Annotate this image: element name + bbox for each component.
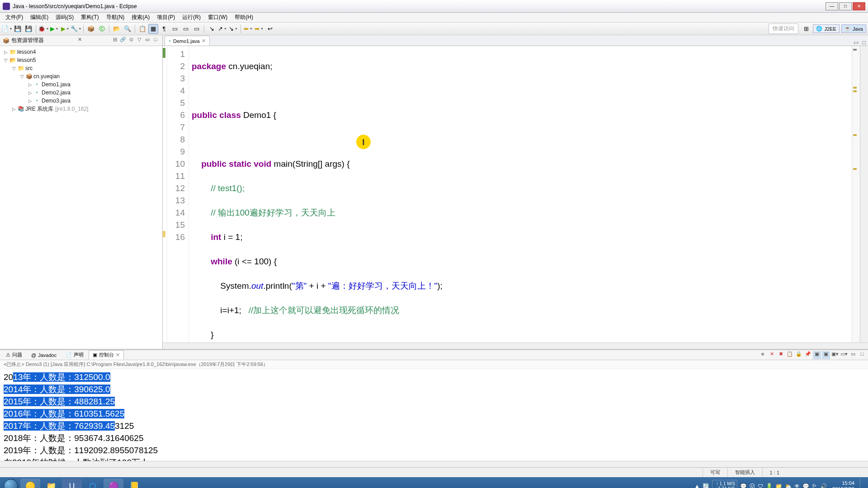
overview-ruler[interactable] <box>852 46 860 343</box>
tray-cloud-icon[interactable]: ⛅ <box>785 483 792 488</box>
taskbar-app3-icon[interactable]: 📒 <box>124 479 144 488</box>
forward-button[interactable]: ➡▼ <box>254 24 264 34</box>
nav-annotation-button[interactable]: ↘ <box>207 24 217 34</box>
tree-file-demo3[interactable]: ▷🞄Demo3.java <box>1 97 161 105</box>
last-edit-button[interactable]: ↩ <box>265 24 275 34</box>
minimize-button[interactable]: — <box>826 2 838 10</box>
editor-horizontal-scrollbar[interactable] <box>163 343 868 349</box>
tray-sync-icon[interactable]: 🔄 <box>703 483 709 488</box>
next-annotation-button[interactable]: ↘▼ <box>228 24 238 34</box>
tree-project-lesson5[interactable]: ▽📂lesson5 <box>1 56 161 64</box>
tray-volume-icon[interactable]: 🔊 <box>820 483 827 488</box>
tree-file-demo2[interactable]: ▷🞄Demo2.java <box>1 89 161 97</box>
menu-project[interactable]: 项目(P) <box>153 13 179 22</box>
menu-run[interactable]: 运行(R) <box>179 13 204 22</box>
tray-app-b-icon[interactable]: Ⓤ <box>750 483 755 488</box>
tray-flag-icon[interactable]: 🏳 <box>812 483 817 488</box>
tray-folder-icon[interactable]: 📁 <box>775 483 782 488</box>
scroll-lock-icon[interactable]: 🔒 <box>795 351 803 359</box>
remove-launch-icon[interactable]: ✕ <box>768 351 776 359</box>
menu-source[interactable]: 源码(S) <box>52 13 77 22</box>
maximize-view-icon[interactable]: □ <box>151 37 160 45</box>
minimize-view-icon[interactable]: ▭ <box>143 37 151 45</box>
new-console-view-icon[interactable]: ▭▾ <box>840 351 848 359</box>
back-button[interactable]: ⬅▼ <box>243 24 253 34</box>
run-last-button[interactable]: ▶▼ <box>60 24 70 34</box>
remove-all-launches-icon[interactable]: ✖ <box>777 351 785 359</box>
tray-netspeed[interactable]: ↑ 1.1 M/S ↓ 3.74 K/S <box>712 480 737 488</box>
problems-tab[interactable]: ⚠问题 <box>2 350 26 360</box>
menu-file[interactable]: 文件(F) <box>2 13 27 22</box>
tree-project-lesson4[interactable]: ▷📁lesson4 <box>1 48 161 56</box>
open-type-button[interactable]: 📂 <box>112 24 122 34</box>
tray-app-a-icon[interactable]: 💬 <box>740 483 747 488</box>
tray-eye-icon[interactable]: 👁 <box>794 483 800 488</box>
show-console-icon[interactable]: ▣ <box>822 351 830 359</box>
taskbar-app2-icon[interactable]: ⬡ <box>83 479 103 488</box>
code-editor[interactable]: 12345678910111213141516 package cn.yueqi… <box>163 46 868 343</box>
clear-console-icon[interactable]: 📋 <box>786 351 794 359</box>
tree-package[interactable]: ▽📦cn.yueqian <box>1 72 161 80</box>
collapse-all-icon[interactable]: ⊟ <box>111 37 119 45</box>
tree-src-folder[interactable]: ▽📁src <box>1 64 161 72</box>
tb-btn-b[interactable]: ▭ <box>181 24 191 34</box>
menu-window[interactable]: 窗口(W) <box>204 13 231 22</box>
tray-msg-icon[interactable]: 💬 <box>802 483 809 488</box>
editor-minimize-icon[interactable]: ▭ <box>852 39 860 46</box>
toggle-block-button[interactable]: ▦ <box>148 24 158 34</box>
code-content[interactable]: package cn.yueqian; public class Demo1 {… <box>189 46 852 343</box>
save-button[interactable]: 💾 <box>13 24 23 34</box>
link-editor-icon[interactable]: 🔗 <box>119 37 127 45</box>
new-package-button[interactable]: 📦 <box>86 24 96 34</box>
tray-shield-icon[interactable]: 🛡 <box>758 483 763 488</box>
new-class-button[interactable]: Ⓒ <box>97 24 107 34</box>
toggle-mark-button[interactable]: 📋 <box>137 24 147 34</box>
external-tools-button[interactable]: 🔧▼ <box>71 24 81 34</box>
show-whitespace-button[interactable]: ¶ <box>159 24 169 34</box>
view-menu-icon[interactable]: ▽ <box>135 37 143 45</box>
tray-battery-icon[interactable]: 🔋 <box>766 483 773 488</box>
javadoc-tab[interactable]: @Javadoc <box>27 351 61 359</box>
console-horizontal-scrollbar[interactable] <box>0 461 868 467</box>
debug-button[interactable]: 🐞▼ <box>38 24 48 34</box>
run-button[interactable]: ▶▼ <box>49 24 59 34</box>
taskbar-eclipse-icon[interactable]: 🟣 <box>104 479 123 488</box>
tree-jre-library[interactable]: ▷📚JRE 系统库[jre1.8.0_162] <box>1 105 161 113</box>
taskbar-explorer-icon[interactable]: 📁 <box>41 479 61 488</box>
editor-maximize-icon[interactable]: □ <box>860 39 868 46</box>
editor-vertical-scrollbar[interactable] <box>860 46 868 343</box>
new-button[interactable]: 📄▼ <box>2 24 12 34</box>
taskbar-chrome-icon[interactable]: 🟡 <box>20 479 40 488</box>
search-button[interactable]: 🔍 <box>123 24 132 34</box>
tray-clock[interactable]: 15:04 2019/7/29 <box>830 480 857 488</box>
terminate-icon[interactable]: ■ <box>759 351 767 359</box>
pin-console-icon[interactable]: 📌 <box>804 351 812 359</box>
menu-refactor[interactable]: 重构(T) <box>77 13 102 22</box>
open-perspective-button[interactable]: ⊞ <box>801 24 811 34</box>
maximize-button[interactable]: □ <box>839 2 852 10</box>
show-desktop-button[interactable] <box>860 479 863 488</box>
j2ee-perspective-button[interactable]: 🌐J2EE <box>813 24 839 33</box>
tb-btn-a[interactable]: ▭ <box>170 24 180 34</box>
open-console-icon[interactable]: ▣▾ <box>831 351 839 359</box>
save-all-button[interactable]: 💾 <box>24 24 33 34</box>
menu-edit[interactable]: 编辑(E) <box>27 13 52 22</box>
console-tab[interactable]: ▣控制台✕ <box>89 350 124 360</box>
prev-annotation-button[interactable]: ↗▼ <box>217 24 227 34</box>
taskbar-app1-icon[interactable]: U <box>62 479 82 488</box>
display-selected-icon[interactable]: ▣ <box>813 351 821 359</box>
console-maximize-icon[interactable]: □ <box>858 351 866 359</box>
console-minimize-icon[interactable]: ▭ <box>849 351 857 359</box>
tree-file-demo1[interactable]: ▷🞄Demo1.java <box>1 80 161 89</box>
console-output[interactable]: 2013年：人数是：312500.0 2014年：人数是：390625.0 20… <box>0 369 868 461</box>
menu-navigate[interactable]: 导航(N) <box>103 13 128 22</box>
focus-icon[interactable]: ⊙ <box>127 37 135 45</box>
tray-collapse-icon[interactable]: ▲ <box>694 483 700 488</box>
start-button[interactable] <box>2 477 20 488</box>
menu-help[interactable]: 帮助(H) <box>231 13 257 22</box>
java-perspective-button[interactable]: ☕Java <box>841 24 866 33</box>
close-button[interactable]: ✕ <box>853 2 865 10</box>
quick-access-input[interactable]: 快速访问 <box>769 23 798 34</box>
menu-search[interactable]: 搜索(A) <box>128 13 153 22</box>
editor-tab-demo1[interactable]: 🞄 Demo1.java ✕ <box>165 36 210 46</box>
